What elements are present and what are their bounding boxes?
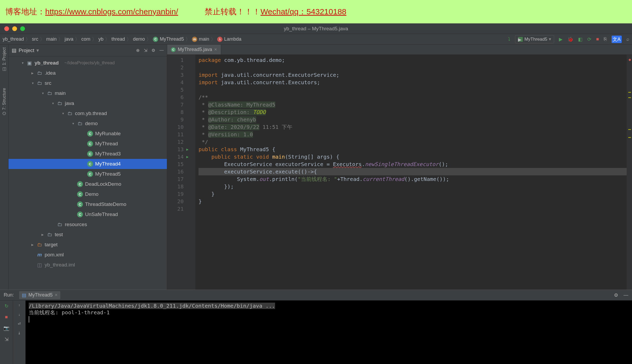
hide-icon[interactable]: — [623, 292, 628, 298]
tree-class[interactable]: CUnSafeThread [9, 209, 167, 219]
tree-class[interactable]: CDeadLockDemo [9, 179, 167, 189]
crumb[interactable]: com [81, 36, 90, 42]
code-area[interactable]: 1 2 3 4 5 6 7 8 9 10 11 12 13 14 15 16 1… [167, 55, 632, 290]
crumb[interactable]: main [199, 36, 209, 42]
tree-folder-test[interactable]: ▶🗀test [9, 230, 167, 240]
run-panel: Run: ▤ MyThread5 × ⚙ — ↻ ■ 📷 ⇲ ↑ ↓ ⏎ ⤓ /… [0, 290, 632, 364]
collapse-icon[interactable]: ⇲ [144, 48, 147, 53]
hide-icon[interactable]: — [159, 48, 164, 53]
tree-root[interactable]: ▼▣yb_thread ~/IdeaProjects/yb_thread [9, 58, 167, 68]
stop-button[interactable]: ■ [596, 36, 599, 42]
debug-button[interactable]: 🐞 [567, 36, 573, 42]
tree-class[interactable]: CDemo [9, 189, 167, 199]
tree-package[interactable]: ▼🗀com.yb.thread [9, 108, 167, 118]
tree-file-iml[interactable]: ◫yb_thread.iml [9, 260, 167, 270]
dropdown-icon: ▾ [549, 36, 551, 42]
tree-folder-target[interactable]: ▶🗀target [9, 240, 167, 250]
run-gutter-icon[interactable]: ▶ [186, 153, 188, 160]
error-stripe[interactable]: ● [627, 55, 632, 290]
method-icon: m [192, 37, 197, 42]
warning-mark[interactable] [628, 137, 631, 138]
crumb[interactable]: demo [133, 36, 145, 42]
window-controls [0, 26, 25, 31]
run-gutter-icon[interactable]: ▶ [186, 146, 188, 153]
project-tool-tab[interactable]: ◫1: Project [2, 47, 7, 72]
maximize-window-button[interactable] [20, 26, 25, 31]
tree-class[interactable]: CMyThread5 [9, 169, 167, 179]
tree-folder-demo[interactable]: ▼🗀demo [9, 118, 167, 129]
notice: 禁止转载！！！ [205, 7, 260, 16]
run-panel-header: Run: ▤ MyThread5 × ⚙ — [0, 290, 632, 300]
class-icon: C [171, 47, 176, 52]
tree-class-selected[interactable]: CMyThread4 [9, 159, 167, 169]
editor-tabs: C MyThread5.java × [167, 45, 632, 55]
tree-class[interactable]: CMyThread3 [9, 149, 167, 159]
stop-button[interactable]: ■ [5, 314, 8, 320]
profile-button[interactable]: ⟳ [587, 36, 591, 42]
crumb[interactable]: yb [98, 36, 103, 42]
blog-url: https://www.cnblogs.com/chenyanbin/ [45, 7, 178, 16]
tree-class[interactable]: CThreadStateDemo [9, 199, 167, 209]
locate-icon[interactable]: ⊕ [136, 48, 140, 53]
warning-mark[interactable] [628, 97, 631, 98]
editor-tab-active[interactable]: C MyThread5.java × [167, 45, 221, 54]
search-button[interactable]: ⌕ [626, 36, 629, 42]
navigation-bar: yb_thread〉 src〉 main〉 java〉 com〉 yb〉 thr… [0, 34, 632, 45]
tree-folder-resources[interactable]: 🗀resources [9, 219, 167, 230]
crumb[interactable]: MyThread5 [160, 36, 184, 42]
up-button[interactable]: ↑ [18, 303, 20, 307]
class-icon: C [153, 37, 158, 42]
tree-folder-java[interactable]: ▼🗀java [9, 98, 167, 108]
error-indicator-icon[interactable]: ● [629, 56, 631, 63]
warning-mark[interactable] [628, 92, 631, 93]
crumb[interactable]: yb_thread [3, 36, 24, 42]
close-window-button[interactable] [4, 26, 9, 31]
run-config-selector[interactable]: ▶ MyThread5 ▾ [515, 35, 554, 43]
run-button[interactable]: ▶ [559, 36, 563, 42]
tree-class[interactable]: CMyThread [9, 139, 167, 149]
sidebar-title[interactable]: ▤ Project ▾ [12, 47, 39, 53]
toolbar-right: ⤵ ▶ MyThread5 ▾ ▶ 🐞 ◧ ⟳ ■ ⎘ 文A ⌕ [508, 35, 629, 43]
down-button[interactable]: ↓ [18, 312, 20, 316]
breadcrumb[interactable]: yb_thread〉 src〉 main〉 java〉 com〉 yb〉 thr… [3, 36, 241, 43]
run-body: ↻ ■ 📷 ⇲ ↑ ↓ ⏎ ⤓ /Library/Java/JavaVirtua… [0, 300, 632, 364]
settings-icon[interactable]: ⚙ [614, 292, 618, 298]
build-icon[interactable]: ⤵ [508, 36, 510, 42]
run-tab-icon: ▤ [22, 292, 26, 298]
project-tree[interactable]: ▼▣yb_thread ~/IdeaProjects/yb_thread ▶🗀.… [9, 56, 167, 290]
crumb[interactable]: main [46, 36, 57, 42]
close-icon[interactable]: × [55, 292, 58, 298]
title-bar: yb_thread – MyThread5.java [0, 23, 632, 34]
translate-button[interactable]: 文A [612, 36, 622, 43]
gutter-marks[interactable]: ▶ ▶ [186, 55, 195, 290]
tree-folder-main[interactable]: ▼🗀main [9, 88, 167, 98]
tree-file-pom[interactable]: mpom.xml [9, 250, 167, 260]
lambda-icon: λ [217, 37, 222, 42]
scroll-button[interactable]: ⤓ [18, 331, 21, 335]
crumb[interactable]: src [32, 36, 38, 42]
sidebar-header: ▤ Project ▾ ⊕ ⇲ ⚙ — [9, 45, 167, 56]
layout-button[interactable]: ⇲ [5, 336, 9, 342]
warning-mark[interactable] [628, 129, 631, 130]
settings-icon[interactable]: ⚙ [151, 48, 155, 53]
tree-folder-idea[interactable]: ▶🗀.idea [9, 68, 167, 78]
watermark-banner: 博客地址：https://www.cnblogs.com/chenyanbin/… [0, 0, 632, 23]
crumb[interactable]: Lambda [224, 36, 241, 42]
blog-label: 博客地址： [5, 7, 45, 16]
console-output[interactable]: /Library/Java/JavaVirtualMachines/jdk1.8… [26, 300, 632, 364]
crumb[interactable]: thread [111, 36, 125, 42]
run-config-icon: ▶ [518, 37, 523, 42]
rerun-button[interactable]: ↻ [5, 303, 9, 309]
crumb[interactable]: java [65, 36, 73, 42]
code-content[interactable]: package com.yb.thread.demo; import java.… [195, 55, 627, 290]
vcs-button[interactable]: ⎘ [604, 36, 607, 42]
camera-button[interactable]: 📷 [3, 325, 9, 331]
tree-class[interactable]: CMyRunable [9, 129, 167, 139]
close-tab-icon[interactable]: × [214, 47, 217, 52]
run-tab[interactable]: ▤ MyThread5 × [19, 291, 60, 299]
tree-folder-src[interactable]: ▼🗀src [9, 78, 167, 88]
coverage-button[interactable]: ◧ [578, 36, 583, 42]
wrap-button[interactable]: ⏎ [18, 322, 21, 326]
minimize-window-button[interactable] [12, 26, 17, 31]
structure-tool-tab[interactable]: ⌬7: Structure [2, 88, 7, 115]
